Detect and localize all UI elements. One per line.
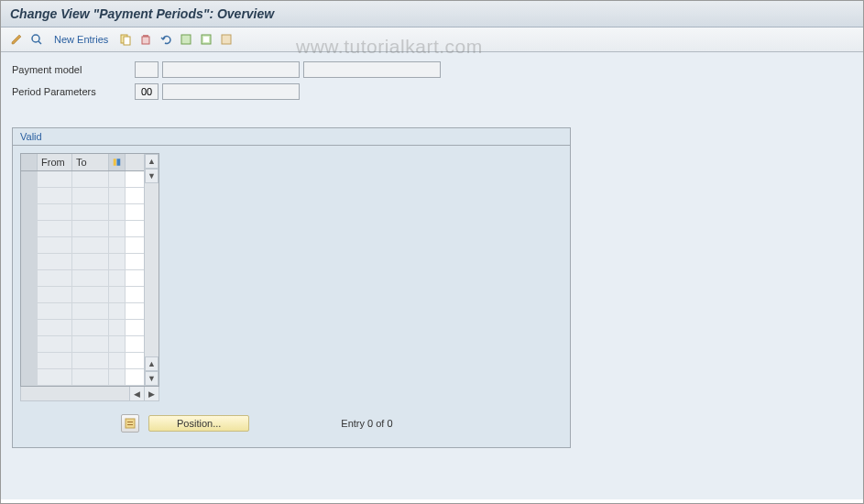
row-selector[interactable]: [21, 221, 38, 236]
delete-icon[interactable]: [137, 31, 154, 48]
row-selector[interactable]: [21, 353, 38, 368]
row-selector[interactable]: [21, 336, 38, 352]
position-icon-button[interactable]: [121, 414, 139, 433]
edit-icon[interactable]: [8, 31, 25, 48]
cell-pad: [109, 204, 126, 220]
col-from[interactable]: From: [38, 154, 72, 170]
cell-to[interactable]: [72, 254, 109, 269]
table-row[interactable]: [21, 237, 144, 254]
horizontal-scrollbar[interactable]: ◀ ▶: [20, 387, 159, 401]
row-selector[interactable]: [21, 287, 38, 302]
cell-from[interactable]: [38, 188, 72, 203]
cell-pad: [109, 287, 126, 302]
payment-model-row: Payment model: [12, 61, 852, 78]
table-row[interactable]: [21, 303, 144, 320]
cell-pad: [109, 320, 126, 335]
svg-rect-3: [124, 37, 130, 45]
table-row[interactable]: [21, 320, 144, 336]
row-selector[interactable]: [21, 303, 38, 319]
scroll-right-icon[interactable]: ▶: [144, 387, 159, 400]
deselect-all-icon[interactable]: [218, 31, 235, 48]
table-row[interactable]: [21, 221, 144, 237]
svg-rect-4: [142, 37, 149, 44]
cell-from[interactable]: [38, 221, 72, 236]
cell-pad: [109, 254, 126, 269]
svg-rect-12: [126, 419, 135, 428]
entry-counter: Entry 0 of 0: [341, 418, 392, 429]
cell-to[interactable]: [72, 369, 109, 385]
table-row[interactable]: [21, 270, 144, 287]
cell-to[interactable]: [72, 221, 109, 236]
cell-to[interactable]: [72, 188, 109, 203]
vertical-scrollbar[interactable]: ▲ ▼ ▲ ▼: [144, 154, 159, 386]
select-block-icon[interactable]: [198, 31, 214, 48]
cell-to[interactable]: [72, 171, 109, 187]
title-bar: Change View "Payment Periods": Overview: [1, 1, 863, 27]
content-area: Payment model Period Parameters Valid Fr…: [1, 52, 863, 499]
find-icon[interactable]: [28, 31, 45, 48]
scroll-up2-icon[interactable]: ▲: [145, 356, 159, 371]
row-selector[interactable]: [21, 320, 38, 335]
row-selector[interactable]: [21, 204, 38, 220]
cell-to[interactable]: [72, 336, 109, 352]
select-all-icon[interactable]: [178, 31, 194, 48]
cell-from[interactable]: [38, 287, 72, 302]
cell-from[interactable]: [38, 204, 72, 220]
period-params-text[interactable]: [162, 83, 300, 100]
col-settings-icon[interactable]: [109, 154, 126, 170]
col-selector[interactable]: [21, 154, 38, 170]
row-selector[interactable]: [21, 237, 38, 253]
cell-from[interactable]: [38, 171, 72, 187]
cell-from[interactable]: [38, 336, 72, 352]
cell-to[interactable]: [72, 270, 109, 286]
cell-pad: [109, 221, 126, 236]
cell-pad: [109, 336, 126, 352]
scroll-down2-icon[interactable]: ▼: [145, 371, 159, 386]
table-row[interactable]: [21, 188, 144, 204]
payment-model-label: Payment model: [12, 64, 131, 75]
cell-to[interactable]: [72, 204, 109, 220]
scroll-up-icon[interactable]: ▲: [145, 154, 159, 169]
cell-from[interactable]: [38, 303, 72, 319]
cell-from[interactable]: [38, 254, 72, 269]
scroll-left-icon[interactable]: ◀: [129, 387, 144, 400]
payment-model-code[interactable]: [135, 61, 159, 78]
page-title: Change View "Payment Periods": Overview: [10, 6, 274, 21]
copy-icon[interactable]: [117, 31, 134, 48]
cell-to[interactable]: [72, 303, 109, 319]
new-entries-button[interactable]: New Entries: [49, 32, 114, 47]
cell-to[interactable]: [72, 237, 109, 253]
row-selector[interactable]: [21, 254, 38, 269]
row-selector[interactable]: [21, 369, 38, 385]
grid-header: From To: [21, 154, 144, 171]
cell-to[interactable]: [72, 320, 109, 335]
table-row[interactable]: [21, 204, 144, 221]
position-button[interactable]: Position...: [148, 415, 249, 432]
table-row[interactable]: [21, 353, 144, 369]
cell-from[interactable]: [38, 320, 72, 335]
undo-icon[interactable]: [158, 31, 174, 48]
cell-to[interactable]: [72, 353, 109, 368]
row-selector[interactable]: [21, 188, 38, 203]
table-row[interactable]: [21, 369, 144, 386]
table-row[interactable]: [21, 171, 144, 188]
table-row[interactable]: [21, 254, 144, 270]
cell-from[interactable]: [38, 353, 72, 368]
table-row[interactable]: [21, 287, 144, 303]
payment-model-extra[interactable]: [303, 61, 441, 78]
cell-pad: [109, 270, 126, 286]
payment-model-text[interactable]: [162, 61, 300, 78]
cell-to[interactable]: [72, 287, 109, 302]
col-to[interactable]: To: [72, 154, 109, 170]
valid-panel: Valid From To ▲: [12, 127, 571, 448]
row-selector[interactable]: [21, 270, 38, 286]
cell-from[interactable]: [38, 270, 72, 286]
svg-rect-6: [181, 35, 191, 44]
row-selector[interactable]: [21, 171, 38, 187]
cell-from[interactable]: [38, 369, 72, 385]
table-row[interactable]: [21, 336, 144, 353]
period-params-code[interactable]: [135, 83, 159, 100]
cell-from[interactable]: [38, 237, 72, 253]
valid-grid: From To ▲ ▼ ▲ ▼: [20, 153, 159, 387]
scroll-down-icon[interactable]: ▼: [145, 169, 159, 183]
